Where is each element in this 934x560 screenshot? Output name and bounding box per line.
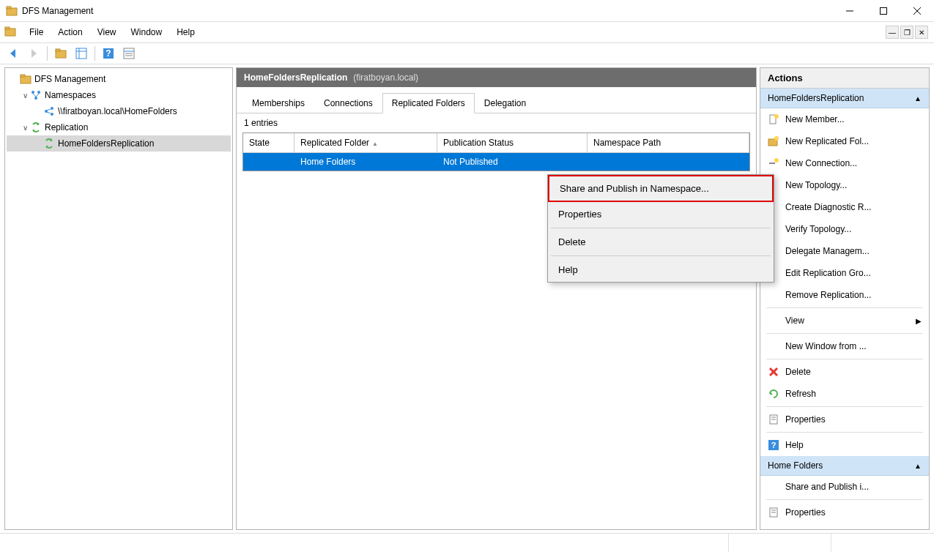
tree-replication-group-label: HomeFoldersReplication (58, 138, 154, 149)
list-button[interactable] (120, 45, 138, 62)
tab-memberships[interactable]: Memberships (242, 93, 314, 113)
actions-section-homefolders[interactable]: Home Folders▲ (760, 456, 929, 476)
svg-point-34 (774, 158, 779, 163)
action-delegate-management[interactable]: Delegate Managem... (760, 240, 929, 262)
action-delete[interactable]: Delete (760, 361, 929, 383)
action-new-window[interactable]: New Window from ... (760, 335, 929, 357)
main-panel: HomeFoldersReplication (firatboyan.local… (236, 67, 757, 530)
action-share-publish[interactable]: Share and Publish i... (760, 476, 929, 498)
menu-view[interactable]: View (90, 24, 124, 40)
action-refresh[interactable]: Refresh (760, 383, 929, 405)
menu-action[interactable]: Action (51, 24, 89, 40)
menu-file[interactable]: File (22, 24, 51, 40)
action-hf-properties[interactable]: Properties (760, 501, 929, 523)
properties-icon (768, 414, 779, 425)
grid-row[interactable]: Home Folders Not Published (243, 153, 749, 171)
action-new-topology[interactable]: New Topology... (760, 174, 929, 196)
svg-text:?: ? (771, 441, 777, 449)
replication-icon (30, 122, 42, 133)
properties-icon (768, 507, 779, 518)
context-share-publish[interactable]: Share and Publish in Namespace... (548, 175, 774, 202)
tab-replicated-folders[interactable]: Replicated Folders (382, 93, 475, 113)
tree-root[interactable]: DFS Management (7, 71, 231, 87)
svg-point-21 (31, 91, 34, 94)
entries-count: 1 entries (237, 113, 756, 132)
context-divider (551, 228, 771, 228)
tree-namespace-path[interactable]: \\firatboyan.local\HomeFolders (7, 103, 231, 119)
svg-point-22 (37, 91, 40, 94)
tree-namespaces-label: Namespaces (45, 90, 96, 100)
tab-delegation[interactable]: Delegation (475, 93, 535, 113)
action-edit-replication-group[interactable]: Edit Replication Gro... (760, 262, 929, 284)
collapse-icon: ▲ (914, 462, 922, 470)
menu-help[interactable]: Help (169, 24, 202, 40)
action-new-connection[interactable]: New Connection... (760, 152, 929, 174)
navigation-tree[interactable]: DFS Management ∨ Namespaces \\firatboyan… (4, 67, 233, 530)
submenu-arrow-icon: ▶ (916, 317, 922, 325)
new-member-icon (768, 113, 779, 125)
actions-section-replication[interactable]: HomeFoldersReplication▲ (760, 89, 929, 108)
main-header: HomeFoldersReplication (firatboyan.local… (237, 68, 756, 87)
mdi-minimize-button[interactable]: — (886, 26, 899, 39)
tree-replication-group[interactable]: HomeFoldersReplication (7, 135, 231, 152)
new-folder-icon (768, 135, 779, 147)
delete-icon (768, 366, 779, 378)
context-delete[interactable]: Delete (548, 230, 774, 254)
svg-point-30 (774, 114, 779, 119)
close-button[interactable] (900, 0, 934, 22)
share-icon (43, 105, 55, 117)
svg-point-25 (51, 107, 53, 110)
tab-strip: Memberships Connections Replicated Folde… (237, 87, 756, 113)
workspace: DFS Management ∨ Namespaces \\firatboyan… (0, 64, 934, 533)
column-state[interactable]: State (243, 133, 294, 152)
tree-replication[interactable]: ∨ Replication (7, 119, 231, 135)
grid-header: State Replicated Folder▲ Publication Sta… (243, 133, 749, 153)
menu-window[interactable]: Window (124, 24, 170, 40)
folder-button[interactable] (52, 45, 70, 62)
action-create-diagnostic[interactable]: Create Diagnostic R... (760, 196, 929, 218)
help-toolbar-button[interactable]: ? (100, 45, 117, 62)
column-replicated-folder[interactable]: Replicated Folder▲ (294, 133, 437, 152)
action-verify-topology[interactable]: Verify Topology... (760, 218, 929, 240)
actions-panel: Actions HomeFoldersReplication▲ New Memb… (760, 67, 930, 530)
menu-bar: File Action View Window Help — ❐ ✕ (0, 22, 934, 42)
minimize-button[interactable] (833, 0, 867, 22)
mdi-controls: — ❐ ✕ (886, 26, 931, 39)
tab-connections[interactable]: Connections (314, 93, 382, 113)
context-properties[interactable]: Properties (548, 202, 774, 226)
cell-folder: Home Folders (294, 157, 437, 167)
svg-point-26 (51, 113, 53, 116)
column-namespace-path[interactable]: Namespace Path (588, 133, 749, 152)
dfs-icon (20, 73, 31, 85)
status-cell (0, 534, 729, 552)
tree-root-label: DFS Management (34, 74, 105, 84)
refresh-icon (768, 388, 779, 400)
app-icon (6, 5, 18, 17)
context-help[interactable]: Help (548, 258, 774, 282)
action-new-member[interactable]: New Member... (760, 108, 929, 130)
action-help[interactable]: ?Help (760, 434, 929, 456)
mdi-close-button[interactable]: ✕ (915, 26, 928, 39)
svg-line-27 (47, 109, 51, 111)
maximize-button[interactable] (867, 0, 900, 22)
details-button[interactable] (73, 45, 90, 62)
column-publication-status[interactable]: Publication Status (437, 133, 588, 152)
back-button[interactable] (4, 45, 22, 62)
menu-app-icon (4, 26, 18, 39)
svg-text:?: ? (105, 48, 111, 59)
help-icon: ? (768, 439, 779, 451)
action-new-replicated-folder[interactable]: New Replicated Fol... (760, 130, 929, 152)
svg-line-28 (47, 112, 51, 113)
svg-rect-7 (5, 27, 10, 29)
status-bar (0, 533, 934, 552)
forward-button[interactable] (25, 45, 42, 62)
replicated-folders-grid[interactable]: State Replicated Folder▲ Publication Sta… (242, 132, 750, 171)
action-properties[interactable]: Properties (760, 408, 929, 430)
expand-icon[interactable]: ∨ (20, 124, 30, 132)
window-title: DFS Management (22, 6, 833, 16)
action-view[interactable]: View▶ (760, 310, 929, 332)
tree-namespaces[interactable]: ∨ Namespaces (7, 87, 231, 103)
action-remove-replication[interactable]: Remove Replication... (760, 284, 929, 306)
expand-icon[interactable]: ∨ (20, 92, 30, 100)
mdi-restore-button[interactable]: ❐ (900, 26, 913, 39)
